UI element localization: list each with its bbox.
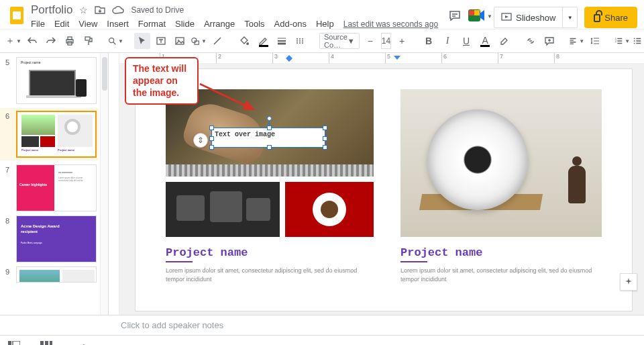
menu-help[interactable]: Help: [316, 19, 334, 29]
font-size-decrease[interactable]: −: [362, 33, 378, 49]
vertical-ruler: [109, 53, 119, 315]
slide-thumbnail[interactable]: 7 Career highlights xx xxxxxxxx Lorem ip…: [5, 164, 99, 211]
resize-handle[interactable]: [267, 145, 272, 150]
speaker-notes[interactable]: Click to add speaker notes: [0, 315, 644, 335]
menu-addons[interactable]: Add-ons: [274, 19, 307, 29]
explore-button[interactable]: [620, 273, 637, 291]
zoom-button[interactable]: ▼: [107, 33, 123, 49]
menu-arrange[interactable]: Arrange: [204, 19, 235, 29]
annotation-arrow-icon: [197, 80, 258, 113]
project-title[interactable]: Project name: [400, 246, 602, 259]
last-edit-link[interactable]: Last edit was seconds ago: [343, 19, 438, 29]
font-size-input[interactable]: 14: [381, 33, 391, 49]
undo-button[interactable]: [24, 33, 40, 49]
line-spacing-button[interactable]: [587, 33, 603, 49]
resize-handle[interactable]: [323, 126, 327, 130]
slideshow-label: Slideshow: [516, 13, 555, 23]
resize-handle[interactable]: [323, 136, 327, 141]
image-tool[interactable]: [172, 33, 188, 49]
indent-marker-icon[interactable]: [394, 53, 400, 65]
border-color-button[interactable]: [255, 33, 271, 49]
meet-icon[interactable]: ▼: [468, 8, 487, 27]
menu-slide[interactable]: Slide: [175, 19, 195, 29]
svg-rect-23: [50, 341, 52, 345]
menu-view[interactable]: View: [78, 19, 97, 29]
thumb-title: Project name: [21, 148, 38, 152]
textbox-tool[interactable]: [153, 33, 169, 49]
border-dash-button[interactable]: [292, 33, 309, 49]
shape-tool[interactable]: ▼: [191, 33, 207, 49]
redo-button[interactable]: [43, 33, 59, 49]
print-button[interactable]: [62, 33, 78, 49]
resize-handle[interactable]: [209, 136, 214, 141]
resize-handle[interactable]: [267, 126, 272, 130]
resize-handle[interactable]: [323, 145, 327, 150]
menu-tools[interactable]: Tools: [244, 19, 264, 29]
thumb-heading: Acme Design Award recipient: [21, 224, 68, 235]
numbered-list-button[interactable]: 12▼: [614, 33, 630, 49]
lock-icon: [594, 14, 600, 22]
slide-thumbnail[interactable]: 8 Acme Design Award recipient Parker Mee…: [5, 215, 99, 262]
app-logo[interactable]: [7, 3, 27, 28]
indent-marker-icon[interactable]: [286, 53, 292, 65]
thumb-title: Project name: [21, 60, 40, 64]
new-slide-button[interactable]: ＋▼: [5, 33, 21, 49]
menu-format[interactable]: Format: [138, 19, 166, 29]
select-tool[interactable]: [134, 33, 150, 49]
document-title[interactable]: Portfolio: [31, 3, 72, 17]
slideshow-button[interactable]: Slideshow ▼: [494, 7, 578, 28]
line-tool[interactable]: [209, 33, 225, 49]
paint-format-button[interactable]: [80, 33, 97, 49]
collapse-panel-button[interactable]: ‹: [82, 340, 85, 345]
align-button[interactable]: ▼: [568, 33, 584, 49]
ruler-tick: 5: [385, 53, 390, 64]
insert-link-button[interactable]: [523, 33, 539, 49]
rotate-handle[interactable]: [267, 116, 272, 121]
resize-handle[interactable]: [209, 126, 214, 130]
svg-rect-22: [45, 341, 48, 345]
svg-point-17: [634, 40, 635, 42]
grid-view-button[interactable]: [40, 341, 52, 346]
border-weight-button[interactable]: [274, 33, 290, 49]
comments-icon[interactable]: [448, 9, 462, 26]
svg-point-16: [634, 38, 635, 40]
insert-comment-button[interactable]: [541, 33, 557, 49]
toolbar: ＋▼ ▼ ▼ Source Co…▼ − 14 + B I U A ▼ 12▼ …: [0, 29, 644, 53]
slide-thumbnail[interactable]: 6 Project name Project name: [0, 108, 99, 160]
cloud-saved-icon[interactable]: [112, 6, 124, 14]
font-family-select[interactable]: Source Co…▼: [319, 33, 360, 49]
italic-button[interactable]: I: [439, 33, 455, 49]
ruler-tick: 8: [554, 53, 559, 64]
fill-color-button[interactable]: [236, 33, 252, 49]
star-icon[interactable]: ☆: [79, 5, 88, 15]
menubar: File Edit View Insert Format Slide Arran…: [31, 17, 448, 29]
slideshow-dropdown[interactable]: ▼: [562, 7, 577, 28]
project-title[interactable]: Project name: [166, 246, 374, 259]
bold-button[interactable]: B: [421, 33, 437, 49]
underline-button[interactable]: U: [458, 33, 474, 49]
selected-text-box[interactable]: Text over image: [211, 128, 325, 148]
resize-handle[interactable]: [209, 145, 214, 150]
share-button[interactable]: Share: [584, 7, 637, 28]
menu-file[interactable]: File: [31, 19, 45, 29]
move-icon[interactable]: [95, 5, 105, 15]
bulleted-list-button[interactable]: ▼: [633, 33, 644, 49]
project-description[interactable]: Lorem ipsum dolor sit amet, consectetur …: [166, 266, 374, 283]
share-label: Share: [604, 13, 628, 23]
move-handle-icon[interactable]: ⇕: [193, 133, 208, 148]
menu-insert[interactable]: Insert: [107, 19, 129, 29]
sidebar-scrollbar[interactable]: [100, 53, 108, 315]
project-description[interactable]: Lorem ipsum dolor sit amet, consectetur …: [400, 266, 602, 283]
svg-point-8: [109, 38, 114, 43]
ruler-tick: 3: [272, 53, 278, 64]
slide-canvas-area[interactable]: 1 2 3 4 5 6 7 8 The text will appear on …: [109, 53, 644, 315]
filmstrip-view-button[interactable]: [8, 341, 20, 346]
font-size-increase[interactable]: +: [394, 33, 410, 49]
highlight-color-button[interactable]: [496, 33, 512, 49]
slide-thumbnail[interactable]: 9: [5, 266, 99, 283]
slide-thumbnail[interactable]: 5 Project name: [5, 57, 99, 104]
ruler-tick: 4: [329, 53, 334, 64]
text-color-button[interactable]: A: [477, 33, 493, 49]
thumb-title: Project name: [58, 148, 74, 152]
menu-edit[interactable]: Edit: [54, 19, 69, 29]
